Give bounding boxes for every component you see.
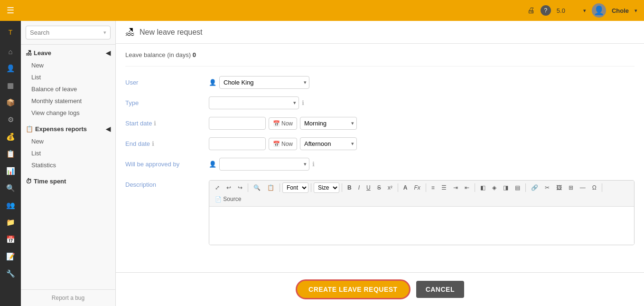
leave-collapse-icon: ◀ <box>106 49 111 57</box>
nav-section-leave-header[interactable]: 🏖 Leave ◀ <box>21 47 115 59</box>
end-date-input[interactable] <box>209 137 266 150</box>
report-bug-link[interactable]: Report a bug <box>26 295 111 301</box>
start-date-info-icon: ℹ <box>154 120 156 127</box>
rte-superscript-button[interactable]: x² <box>385 182 395 193</box>
sidebar-icon-settings[interactable]: ⚙ <box>2 112 19 127</box>
topbar: ☰ 🖨 ? 5.0 ★ ▾ 👤 Chole ▾ <box>0 0 644 21</box>
rte-undo-button[interactable]: ↩ <box>224 182 234 193</box>
form-row-user: User 👤 Chole King <box>125 76 635 89</box>
sidebar-icon-notes[interactable]: 📝 <box>2 249 19 264</box>
type-label: Type <box>125 96 201 106</box>
help-icon[interactable]: ? <box>541 5 551 16</box>
start-time-select[interactable]: Morning Afternoon <box>300 117 357 130</box>
rte-strikethrough-button[interactable]: S <box>374 182 384 193</box>
sidebar-icon-wrench[interactable]: 🔧 <box>2 266 19 281</box>
nav-section-expenses-header[interactable]: 📋 Expenses reports ◀ <box>21 123 115 135</box>
sidebar-icon-people[interactable]: 👥 <box>2 198 19 213</box>
end-time-select[interactable]: Morning Afternoon <box>300 137 357 150</box>
start-date-field: 📅 Now Morning Afternoon <box>209 117 635 130</box>
rte-zoom-button[interactable]: 🔍 <box>251 182 263 193</box>
sidebar-icon-chart[interactable]: 📊 <box>2 163 19 179</box>
topbar-chevron-icon[interactable]: ▾ <box>583 8 586 14</box>
type-select[interactable] <box>209 96 299 109</box>
approved-by-icon: 👤 <box>209 161 216 168</box>
nav-item-expenses-list[interactable]: List <box>21 147 115 159</box>
rte-expand-button[interactable]: ⤢ <box>212 182 223 193</box>
search-container: ▾ <box>21 21 115 45</box>
nav-item-leave-list[interactable]: List <box>21 71 115 83</box>
rte-unlink-button[interactable]: ✂ <box>542 182 552 193</box>
approved-by-field: 👤 ℹ <box>209 158 635 171</box>
search-input[interactable] <box>30 29 103 36</box>
nav-item-monthly-statement[interactable]: Monthly statement <box>21 95 115 107</box>
rte-size-select[interactable]: Size <box>314 182 339 193</box>
printer-icon[interactable]: 🖨 <box>527 6 535 15</box>
rte-clear-format-button[interactable]: Fx <box>411 182 423 193</box>
end-date-now-button[interactable]: 📅 Now <box>269 138 297 150</box>
star-icon[interactable]: ★ <box>571 6 578 15</box>
rte-toolbar: ⤢ ↩ ↪ 🔍 📋 Font Size <box>209 181 634 207</box>
rte-justify-button[interactable]: ▤ <box>512 182 523 193</box>
sidebar-icon-home[interactable]: ⌂ <box>2 44 19 59</box>
user-select[interactable]: Chole King <box>219 76 309 89</box>
nav-item-expenses-statistics[interactable]: Statistics <box>21 159 115 171</box>
sidebar-icon-box[interactable]: 📦 <box>2 95 19 110</box>
rte-sep9 <box>602 183 602 192</box>
sidebar-icon-search[interactable]: 🔍 <box>2 181 19 196</box>
rte-special-char-button[interactable]: Ω <box>589 182 599 193</box>
nav-section-leave: 🏖 Leave ◀ New List Balance of leave Mont… <box>21 45 115 121</box>
start-date-now-button[interactable]: 📅 Now <box>269 117 297 130</box>
rte-paste-button[interactable]: 📋 <box>264 182 277 193</box>
nav-item-view-change-logs[interactable]: View change logs <box>21 107 115 119</box>
sidebar-icon-folder[interactable]: 📁 <box>2 215 19 230</box>
rte-image-button[interactable]: 🖼 <box>553 182 565 193</box>
rte-hr-button[interactable]: — <box>577 182 588 193</box>
rte-align-right-button[interactable]: ◨ <box>500 182 511 193</box>
sidebar-icon-clipboard[interactable]: 📋 <box>2 146 19 162</box>
cancel-button[interactable]: CANCEL <box>416 281 464 298</box>
rte-container: ⤢ ↩ ↪ 🔍 📋 Font Size <box>209 180 635 245</box>
form-row-approved-by: Will be approved by 👤 ℹ <box>125 158 635 171</box>
rte-ordered-list-button[interactable]: ≡ <box>429 182 438 193</box>
sidebar-icon-calendar[interactable]: 📅 <box>2 232 19 247</box>
hamburger-icon[interactable]: ☰ <box>7 5 14 16</box>
user-field-icon: 👤 <box>209 79 216 86</box>
form-row-end-date: End date ℹ 📅 Now Morning Afternoon <box>125 137 635 150</box>
rte-underline-button[interactable]: U <box>364 182 373 193</box>
rte-body[interactable] <box>209 207 634 245</box>
nav-item-leave-new[interactable]: New <box>21 59 115 71</box>
nav-section-timespent-header[interactable]: ⏱ Time spent <box>21 175 115 188</box>
rte-align-left-button[interactable]: ◧ <box>477 182 488 193</box>
leave-icon: 🏖 <box>26 49 32 57</box>
rte-outdent-button[interactable]: ⇤ <box>462 182 472 193</box>
page-header: 🏖 New leave request <box>116 21 644 44</box>
rte-font-color-button[interactable]: A <box>401 182 411 193</box>
end-date-cal-icon: 📅 <box>273 141 280 147</box>
rte-redo-button[interactable]: ↪ <box>235 182 245 193</box>
user-chevron-icon[interactable]: ▾ <box>635 8 637 14</box>
sidebar-icon-grid[interactable]: ▦ <box>2 78 19 93</box>
rte-source-button[interactable]: 📄 Source <box>212 194 244 204</box>
start-date-input[interactable] <box>209 117 266 130</box>
rte-font-select[interactable]: Font <box>282 182 308 193</box>
create-leave-request-button[interactable]: CREATE LEAVE REQUEST <box>296 279 411 299</box>
rte-link-button[interactable]: 🔗 <box>528 182 541 193</box>
rte-bold-button[interactable]: B <box>345 182 355 193</box>
sidebar-icon-money[interactable]: 💰 <box>2 129 19 144</box>
rte-table-button[interactable]: ⊞ <box>566 182 576 193</box>
user-label: User <box>125 76 201 86</box>
rte-indent-button[interactable]: ⇥ <box>450 182 461 193</box>
description-label: Description <box>125 178 201 188</box>
nav-item-balance-of-leave[interactable]: Balance of leave <box>21 83 115 95</box>
rte-align-center-button[interactable]: ◈ <box>489 182 499 193</box>
sidebar-icon-user[interactable]: 👤 <box>2 61 19 76</box>
nav-item-expenses-new[interactable]: New <box>21 135 115 147</box>
page-header-icon: 🏖 <box>125 27 135 38</box>
form-row-description: Description ⤢ ↩ ↪ 🔍 📋 Font <box>125 178 635 245</box>
content-area: 🏖 New leave request Leave balance (in da… <box>116 21 644 306</box>
approved-by-select[interactable] <box>219 158 309 171</box>
rte-italic-button[interactable]: I <box>355 182 363 193</box>
rte-unordered-list-button[interactable]: ☰ <box>439 182 449 193</box>
avatar[interactable]: 👤 <box>592 3 606 18</box>
rte-sep4 <box>342 183 342 192</box>
